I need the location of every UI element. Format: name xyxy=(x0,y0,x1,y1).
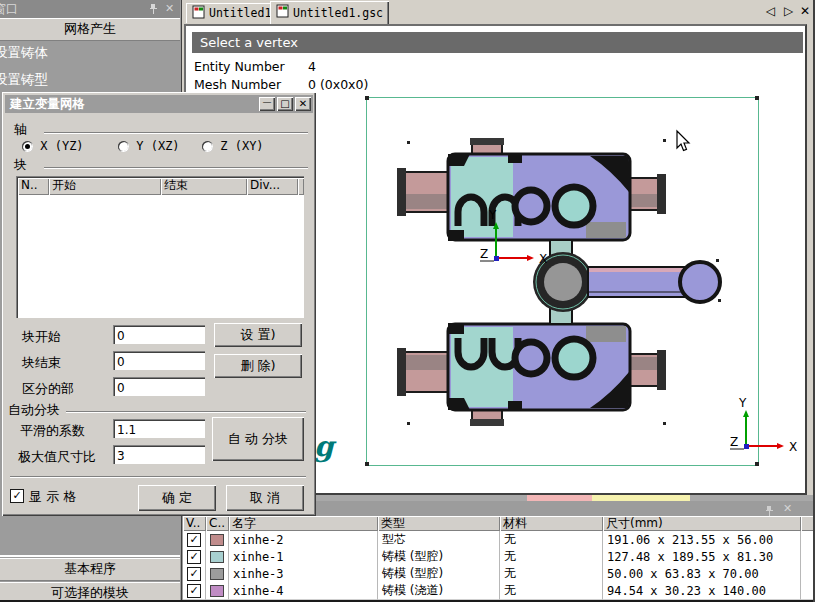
show-grid-label: 显 示 格 xyxy=(29,490,76,504)
divisions-input[interactable] xyxy=(113,377,205,396)
divisions-label: 区分的部 xyxy=(22,382,74,396)
cell-size: 50.00 x 63.83 x 70.00 xyxy=(603,565,801,583)
auto-group-label: 自动分块 xyxy=(8,403,60,417)
cell-material: 无 xyxy=(500,531,603,549)
radio-icon xyxy=(202,141,213,152)
smooth-label: 平滑的系数 xyxy=(20,424,85,438)
cell-name: xinhe-1 xyxy=(229,548,378,566)
table-row[interactable]: ✓ xinhe-1 铸模 (型腔) 无 127.48 x 189.55 x 81… xyxy=(183,548,815,566)
col-header-name[interactable]: 名字 xyxy=(229,516,378,531)
block-start-input[interactable] xyxy=(113,325,205,344)
set-button[interactable]: 设 置) xyxy=(214,323,302,347)
divider xyxy=(10,476,306,478)
radio-icon xyxy=(118,141,129,152)
radio-axis-x[interactable]: X (YZ) xyxy=(22,139,84,153)
divider xyxy=(44,167,308,169)
sidebar-header-mesh-generation[interactable]: 网格产生 xyxy=(0,18,180,41)
tab-untitled1-gsc[interactable]: Untitled1.gsc xyxy=(270,1,389,24)
color-swatch[interactable] xyxy=(210,551,224,563)
col-header-material[interactable]: 材料 xyxy=(500,516,603,531)
sidebar-bar-selectable-modules[interactable]: 可选择的模块 xyxy=(0,582,180,602)
cell-type: 铸模 (型腔) xyxy=(378,565,500,583)
tab-scroll-left-icon[interactable]: ◁ xyxy=(766,4,775,18)
dialog-titlebar[interactable]: 建立变量网格 — □ ✕ xyxy=(5,95,313,113)
axis-label-z: Z xyxy=(480,247,488,261)
color-swatch[interactable] xyxy=(210,585,224,597)
sidebar-bar-basic-programs[interactable]: 基本程序 xyxy=(0,558,180,581)
visibility-checkbox[interactable]: ✓ xyxy=(187,567,201,581)
radio-icon xyxy=(22,141,33,152)
col-header-size[interactable]: 尺寸(mm) xyxy=(603,516,801,531)
document-icon xyxy=(192,5,205,22)
col-header-visible[interactable]: V.. xyxy=(183,516,206,531)
tab-scroll-right-icon[interactable]: ▷ xyxy=(784,4,793,18)
axis-label-y: Y xyxy=(488,208,497,222)
divider xyxy=(66,411,306,413)
minimize-icon[interactable]: — xyxy=(259,97,275,111)
cell-size: 94.54 x 30.23 x 140.00 xyxy=(603,582,801,600)
col-header-type[interactable]: 类型 xyxy=(378,516,500,531)
block-col-start[interactable]: 开始 xyxy=(49,178,161,195)
col-header-color[interactable]: C.. xyxy=(206,516,229,531)
delete-button[interactable]: 删 除) xyxy=(214,354,302,378)
cell-name: xinhe-4 xyxy=(229,582,378,600)
maximize-icon[interactable]: □ xyxy=(277,97,293,111)
tab-label: Untitled1.gsc xyxy=(293,6,383,20)
bottom-panel: ✕ V.. C.. 名字 类型 材料 尺寸(mm) ✓ xinhe-2 型芯 无… xyxy=(182,501,815,602)
block-col-end[interactable]: 结束 xyxy=(161,178,247,195)
ratio-input[interactable] xyxy=(113,445,205,464)
cell-name: xinhe-3 xyxy=(229,565,378,583)
show-grid-checkbox[interactable]: ✓ xyxy=(10,489,24,503)
cell-size: 191.06 x 213.55 x 56.00 xyxy=(603,531,801,549)
sidebar-item-set-mold[interactable]: 设置铸型 xyxy=(0,68,180,90)
color-swatch[interactable] xyxy=(210,568,224,580)
table-row[interactable]: ✓ xinhe-3 铸模 (型腔) 无 50.00 x 63.83 x 70.0… xyxy=(183,565,815,583)
axis-label-x: X xyxy=(539,252,547,266)
block-start-label: 块开始 xyxy=(22,330,61,344)
cell-size: 127.48 x 189.55 x 81.30 xyxy=(603,548,801,566)
block-col-div[interactable]: Div... xyxy=(247,178,298,195)
visibility-checkbox[interactable]: ✓ xyxy=(187,584,201,598)
close-icon[interactable]: ✕ xyxy=(295,97,311,111)
table-row[interactable]: ✓ xinhe-4 铸模 (浇道) 无 94.54 x 30.23 x 140.… xyxy=(183,582,815,600)
variable-mesh-dialog: 建立变量网格 — □ ✕ 轴 X (YZ) Y (XZ) Z (XY) 块 N.… xyxy=(2,92,316,516)
cell-name: xinhe-2 xyxy=(229,531,378,549)
sidebar-item-set-casting[interactable]: 设置铸体 xyxy=(0,41,180,63)
close-icon[interactable]: ✕ xyxy=(783,502,792,516)
cell-type: 铸模 (型腔) xyxy=(378,548,500,566)
cursor-icon xyxy=(677,131,689,151)
cell-material: 无 xyxy=(500,548,603,566)
close-icon[interactable]: ✕ xyxy=(165,2,174,16)
sidebar-titlebar[interactable]: 窗口 ✕ xyxy=(0,0,180,18)
cell-type: 型芯 xyxy=(378,531,500,549)
application-window: 窗口 ✕ 网格产生 设置铸体 设置铸型 基本程序 可选择的模块 Untitled… xyxy=(0,0,815,602)
tab-label: Untitled1 xyxy=(209,6,271,20)
radio-axis-z[interactable]: Z (XY) xyxy=(202,139,264,153)
block-col-n[interactable]: N.. xyxy=(18,178,49,195)
ok-button[interactable]: 确 定 xyxy=(138,485,216,511)
visibility-checkbox[interactable]: ✓ xyxy=(187,533,201,547)
block-group-label: 块 xyxy=(14,158,27,172)
document-icon xyxy=(276,4,289,21)
smooth-input[interactable] xyxy=(113,419,205,438)
axis-label-y: Y xyxy=(738,396,747,410)
table-header: V.. C.. 名字 类型 材料 尺寸(mm) xyxy=(183,516,815,531)
block-end-label: 块结束 xyxy=(22,356,61,370)
table-row[interactable]: ✓ xinhe-2 型芯 无 191.06 x 213.55 x 56.00 xyxy=(183,531,815,549)
visibility-checkbox[interactable]: ✓ xyxy=(187,550,201,564)
block-end-input[interactable] xyxy=(113,351,205,370)
tab-untitled1[interactable]: Untitled1 xyxy=(186,3,277,23)
cancel-button[interactable]: 取 消 xyxy=(226,485,304,511)
block-list[interactable]: N.. 开始 结束 Div... xyxy=(16,176,304,318)
cell-material: 无 xyxy=(500,565,603,583)
radio-axis-y[interactable]: Y (XZ) xyxy=(118,139,180,153)
cell-material: 无 xyxy=(500,582,603,600)
axis-group-label: 轴 xyxy=(14,123,27,137)
divider xyxy=(44,132,308,134)
axis-triad: Y X Z xyxy=(730,396,797,454)
tab-close-icon[interactable]: ✕ xyxy=(800,4,810,18)
color-swatch[interactable] xyxy=(210,534,224,546)
tab-bar: Untitled1 Untitled1.gsc ◁ ▷ ✕ xyxy=(182,0,815,24)
watermark-text: g xyxy=(314,430,334,463)
auto-divide-button[interactable]: 自 动 分块 xyxy=(212,417,304,461)
